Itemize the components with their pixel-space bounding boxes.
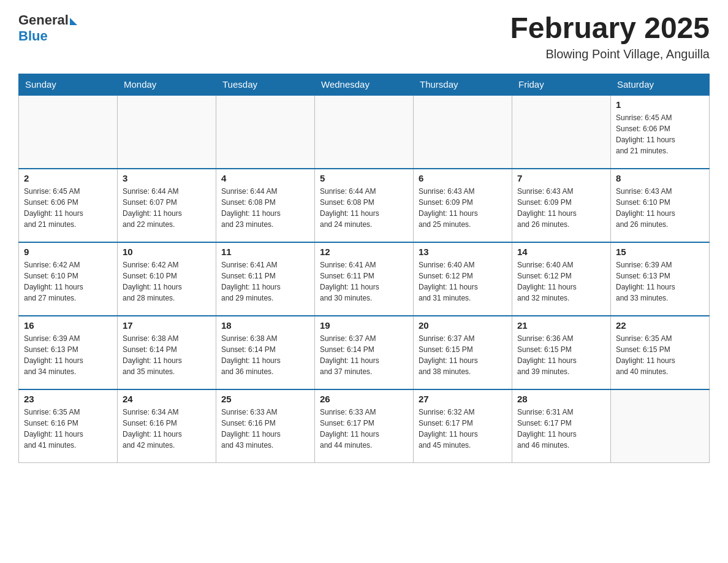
week-row-4: 16Sunrise: 6:39 AM Sunset: 6:13 PM Dayli…	[19, 316, 710, 389]
day-info: Sunrise: 6:37 AM Sunset: 6:15 PM Dayligh…	[419, 333, 507, 377]
header: General Blue February 2025 Blowing Point…	[18, 12, 710, 61]
calendar-cell: 13Sunrise: 6:40 AM Sunset: 6:12 PM Dayli…	[414, 242, 512, 316]
calendar-cell	[216, 95, 315, 169]
calendar-cell	[414, 95, 512, 169]
calendar-cell: 14Sunrise: 6:40 AM Sunset: 6:12 PM Dayli…	[512, 242, 611, 316]
day-header-sunday: Sunday	[19, 74, 118, 95]
calendar-cell	[118, 95, 216, 169]
day-number: 5	[320, 173, 408, 183]
day-info: Sunrise: 6:43 AM Sunset: 6:10 PM Dayligh…	[616, 186, 704, 230]
calendar-cell: 1Sunrise: 6:45 AM Sunset: 6:06 PM Daylig…	[611, 95, 710, 169]
day-number: 25	[221, 394, 309, 404]
calendar-cell: 24Sunrise: 6:34 AM Sunset: 6:16 PM Dayli…	[118, 389, 216, 463]
day-info: Sunrise: 6:38 AM Sunset: 6:14 PM Dayligh…	[123, 333, 211, 377]
day-number: 3	[123, 173, 211, 183]
day-info: Sunrise: 6:36 AM Sunset: 6:15 PM Dayligh…	[517, 333, 605, 377]
day-number: 16	[24, 320, 112, 331]
day-header-saturday: Saturday	[611, 74, 710, 95]
calendar-cell: 9Sunrise: 6:42 AM Sunset: 6:10 PM Daylig…	[19, 242, 118, 316]
calendar-cell: 15Sunrise: 6:39 AM Sunset: 6:13 PM Dayli…	[611, 242, 710, 316]
calendar-cell	[315, 95, 414, 169]
calendar-cell: 28Sunrise: 6:31 AM Sunset: 6:17 PM Dayli…	[512, 389, 611, 463]
day-number: 2	[24, 173, 112, 183]
day-number: 17	[123, 320, 211, 331]
day-info: Sunrise: 6:38 AM Sunset: 6:14 PM Dayligh…	[221, 333, 309, 377]
day-number: 7	[517, 173, 605, 183]
calendar-cell: 7Sunrise: 6:43 AM Sunset: 6:09 PM Daylig…	[512, 169, 611, 242]
calendar-cell: 3Sunrise: 6:44 AM Sunset: 6:07 PM Daylig…	[118, 169, 216, 242]
day-info: Sunrise: 6:44 AM Sunset: 6:07 PM Dayligh…	[123, 186, 211, 230]
calendar-cell: 12Sunrise: 6:41 AM Sunset: 6:11 PM Dayli…	[315, 242, 414, 316]
calendar-cell: 16Sunrise: 6:39 AM Sunset: 6:13 PM Dayli…	[19, 316, 118, 389]
title-area: February 2025 Blowing Point Village, Ang…	[510, 12, 710, 61]
day-number: 10	[123, 247, 211, 257]
day-info: Sunrise: 6:31 AM Sunset: 6:17 PM Dayligh…	[517, 407, 605, 451]
location: Blowing Point Village, Anguilla	[510, 47, 710, 61]
calendar-cell: 8Sunrise: 6:43 AM Sunset: 6:10 PM Daylig…	[611, 169, 710, 242]
calendar-cell: 23Sunrise: 6:35 AM Sunset: 6:16 PM Dayli…	[19, 389, 118, 463]
day-info: Sunrise: 6:33 AM Sunset: 6:17 PM Dayligh…	[320, 407, 408, 451]
day-number: 8	[616, 173, 704, 183]
day-number: 26	[320, 394, 408, 404]
day-number: 18	[221, 320, 309, 331]
day-info: Sunrise: 6:37 AM Sunset: 6:14 PM Dayligh…	[320, 333, 408, 377]
calendar-cell: 5Sunrise: 6:44 AM Sunset: 6:08 PM Daylig…	[315, 169, 414, 242]
day-info: Sunrise: 6:32 AM Sunset: 6:17 PM Dayligh…	[419, 407, 507, 451]
day-number: 28	[517, 394, 605, 404]
calendar-cell	[512, 95, 611, 169]
week-row-2: 2Sunrise: 6:45 AM Sunset: 6:06 PM Daylig…	[19, 169, 710, 242]
calendar-cell: 20Sunrise: 6:37 AM Sunset: 6:15 PM Dayli…	[414, 316, 512, 389]
day-info: Sunrise: 6:42 AM Sunset: 6:10 PM Dayligh…	[24, 259, 112, 304]
calendar-cell: 22Sunrise: 6:35 AM Sunset: 6:15 PM Dayli…	[611, 316, 710, 389]
calendar-cell	[19, 95, 118, 169]
day-info: Sunrise: 6:41 AM Sunset: 6:11 PM Dayligh…	[221, 259, 309, 304]
week-row-1: 1Sunrise: 6:45 AM Sunset: 6:06 PM Daylig…	[19, 95, 710, 169]
day-info: Sunrise: 6:35 AM Sunset: 6:15 PM Dayligh…	[616, 333, 704, 377]
day-header-thursday: Thursday	[414, 74, 512, 95]
calendar-cell: 4Sunrise: 6:44 AM Sunset: 6:08 PM Daylig…	[216, 169, 315, 242]
day-info: Sunrise: 6:44 AM Sunset: 6:08 PM Dayligh…	[320, 186, 408, 230]
day-info: Sunrise: 6:35 AM Sunset: 6:16 PM Dayligh…	[24, 407, 112, 451]
calendar-cell: 19Sunrise: 6:37 AM Sunset: 6:14 PM Dayli…	[315, 316, 414, 389]
calendar-cell: 6Sunrise: 6:43 AM Sunset: 6:09 PM Daylig…	[414, 169, 512, 242]
day-number: 20	[419, 320, 507, 331]
calendar-cell: 27Sunrise: 6:32 AM Sunset: 6:17 PM Dayli…	[414, 389, 512, 463]
calendar-cell	[611, 389, 710, 463]
calendar-cell: 21Sunrise: 6:36 AM Sunset: 6:15 PM Dayli…	[512, 316, 611, 389]
calendar-cell: 2Sunrise: 6:45 AM Sunset: 6:06 PM Daylig…	[19, 169, 118, 242]
day-info: Sunrise: 6:39 AM Sunset: 6:13 PM Dayligh…	[24, 333, 112, 377]
day-number: 14	[517, 247, 605, 257]
logo: General Blue	[18, 12, 77, 44]
calendar-cell: 17Sunrise: 6:38 AM Sunset: 6:14 PM Dayli…	[118, 316, 216, 389]
calendar-cell: 11Sunrise: 6:41 AM Sunset: 6:11 PM Dayli…	[216, 242, 315, 316]
day-info: Sunrise: 6:33 AM Sunset: 6:16 PM Dayligh…	[221, 407, 309, 451]
calendar-cell: 18Sunrise: 6:38 AM Sunset: 6:14 PM Dayli…	[216, 316, 315, 389]
day-info: Sunrise: 6:39 AM Sunset: 6:13 PM Dayligh…	[616, 259, 704, 304]
day-number: 27	[419, 394, 507, 404]
logo-blue-text: Blue	[18, 28, 48, 44]
day-info: Sunrise: 6:43 AM Sunset: 6:09 PM Dayligh…	[419, 186, 507, 230]
calendar-table: SundayMondayTuesdayWednesdayThursdayFrid…	[18, 74, 710, 464]
day-number: 9	[24, 247, 112, 257]
calendar-cell: 10Sunrise: 6:42 AM Sunset: 6:10 PM Dayli…	[118, 242, 216, 316]
day-info: Sunrise: 6:45 AM Sunset: 6:06 PM Dayligh…	[24, 186, 112, 230]
logo-arrow-icon	[70, 18, 77, 25]
day-number: 22	[616, 320, 704, 331]
day-info: Sunrise: 6:40 AM Sunset: 6:12 PM Dayligh…	[517, 259, 605, 304]
day-number: 12	[320, 247, 408, 257]
day-number: 21	[517, 320, 605, 331]
day-number: 4	[221, 173, 309, 183]
day-header-tuesday: Tuesday	[216, 74, 315, 95]
month-title: February 2025	[510, 12, 710, 45]
day-info: Sunrise: 6:34 AM Sunset: 6:16 PM Dayligh…	[123, 407, 211, 451]
calendar-body: 1Sunrise: 6:45 AM Sunset: 6:06 PM Daylig…	[19, 95, 710, 463]
day-number: 13	[419, 247, 507, 257]
calendar-cell: 26Sunrise: 6:33 AM Sunset: 6:17 PM Dayli…	[315, 389, 414, 463]
day-number: 23	[24, 394, 112, 404]
day-header-wednesday: Wednesday	[315, 74, 414, 95]
day-number: 6	[419, 173, 507, 183]
day-info: Sunrise: 6:40 AM Sunset: 6:12 PM Dayligh…	[419, 259, 507, 304]
week-row-5: 23Sunrise: 6:35 AM Sunset: 6:16 PM Dayli…	[19, 389, 710, 463]
day-number: 15	[616, 247, 704, 257]
calendar-cell: 25Sunrise: 6:33 AM Sunset: 6:16 PM Dayli…	[216, 389, 315, 463]
